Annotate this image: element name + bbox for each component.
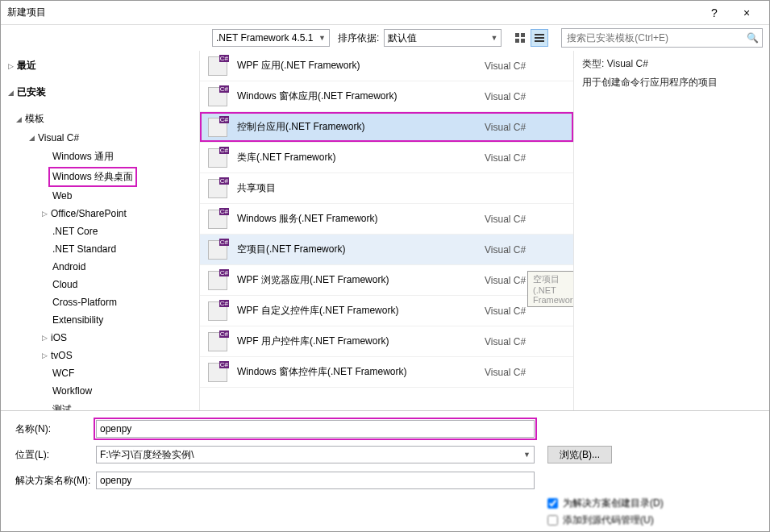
description: 用于创建命令行应用程序的项目 bbox=[582, 76, 761, 89]
sidebar-lang[interactable]: ◢Visual C# bbox=[1, 129, 199, 147]
template-icon bbox=[208, 301, 227, 321]
sort-value: 默认值 bbox=[388, 31, 490, 45]
template-row[interactable]: Windows 窗体控件库(.NET Framework)Visual C# bbox=[200, 357, 573, 388]
view-list-button[interactable] bbox=[531, 29, 548, 47]
sort-label: 排序依据: bbox=[338, 31, 379, 45]
checkbox-source-control[interactable]: 添加到源代码管理(U) bbox=[547, 513, 755, 527]
sidebar-item-office[interactable]: ▷Office/SharePoint bbox=[1, 205, 199, 222]
chevron-down-icon: ▼ bbox=[523, 451, 531, 459]
close-button[interactable]: × bbox=[730, 6, 763, 19]
checkbox[interactable] bbox=[547, 515, 558, 526]
template-icon bbox=[208, 271, 227, 290]
sidebar-item-windows-classic[interactable]: Windows 经典桌面 bbox=[1, 167, 199, 187]
list-icon bbox=[535, 34, 544, 42]
template-icon bbox=[208, 332, 227, 351]
template-row[interactable]: Windows 服务(.NET Framework)Visual C# bbox=[200, 204, 573, 235]
template-row-selected[interactable]: 控制台应用(.NET Framework)Visual C# bbox=[200, 112, 573, 143]
solution-label: 解决方案名称(M): bbox=[15, 474, 96, 488]
sidebar-item-web[interactable]: Web bbox=[1, 187, 199, 205]
template-icon bbox=[208, 210, 227, 229]
template-row[interactable]: WPF 自定义控件库(.NET Framework)Visual C# bbox=[200, 296, 573, 326]
sidebar-recent[interactable]: ▷最近 bbox=[1, 56, 199, 76]
template-icon bbox=[208, 363, 227, 382]
name-input[interactable] bbox=[96, 420, 535, 438]
help-button[interactable]: ? bbox=[698, 6, 730, 19]
template-icon bbox=[208, 148, 227, 168]
template-icon bbox=[208, 240, 227, 260]
template-row[interactable]: 空项目(.NET Framework)Visual C# bbox=[200, 235, 573, 265]
search-box[interactable]: 🔍 bbox=[561, 28, 763, 48]
framework-dropdown[interactable]: .NET Framework 4.5.1 ▼ bbox=[212, 29, 330, 47]
chevron-down-icon: ▼ bbox=[318, 34, 326, 42]
sidebar-item-cloud[interactable]: Cloud bbox=[1, 276, 199, 293]
sidebar-item-test[interactable]: 测试 bbox=[1, 400, 199, 410]
name-label: 名称(N): bbox=[15, 422, 96, 436]
sidebar-installed[interactable]: ◢已安装 bbox=[1, 82, 199, 102]
template-row[interactable]: WPF 用户控件库(.NET Framework)Visual C# bbox=[200, 326, 573, 357]
sidebar: ▷最近 ◢已安装 ◢模板 ◢Visual C# Windows 通用 Windo… bbox=[1, 51, 199, 410]
template-row[interactable]: WPF 应用(.NET Framework)Visual C# bbox=[200, 51, 573, 81]
template-list: WPF 应用(.NET Framework)Visual C# Windows … bbox=[199, 51, 574, 410]
checkbox-create-dir[interactable]: 为解决方案创建目录(D) bbox=[547, 497, 755, 510]
sidebar-item-tvos[interactable]: ▷tvOS bbox=[1, 347, 199, 364]
framework-value: .NET Framework 4.5.1 bbox=[216, 32, 318, 44]
sidebar-item-windows-universal[interactable]: Windows 通用 bbox=[1, 147, 199, 167]
template-icon bbox=[208, 118, 227, 137]
sort-dropdown[interactable]: 默认值 ▼ bbox=[384, 29, 502, 47]
template-icon bbox=[208, 56, 227, 76]
sidebar-item-wcf[interactable]: WCF bbox=[1, 364, 199, 382]
template-row[interactable]: 共享项目 bbox=[200, 173, 573, 204]
type-line: 类型: Visual C# bbox=[582, 57, 761, 71]
tooltip: 空项目(.NET Framework) bbox=[527, 271, 574, 307]
sidebar-templates[interactable]: ◢模板 bbox=[1, 109, 199, 129]
location-value: F:\学习\百度经验实例\ bbox=[100, 448, 523, 462]
location-label: 位置(L): bbox=[15, 448, 96, 462]
sidebar-item-extensibility[interactable]: Extensibility bbox=[1, 311, 199, 329]
template-row[interactable]: 类库(.NET Framework)Visual C# bbox=[200, 143, 573, 173]
toolbar: .NET Framework 4.5.1 ▼ 排序依据: 默认值 ▼ 🔍 bbox=[1, 25, 769, 51]
details-pane: 类型: Visual C# 用于创建命令行应用程序的项目 bbox=[574, 51, 769, 410]
sidebar-item-workflow[interactable]: Workflow bbox=[1, 382, 199, 400]
checkbox[interactable] bbox=[547, 498, 558, 509]
sidebar-item-ios[interactable]: ▷iOS bbox=[1, 329, 199, 347]
solution-input[interactable] bbox=[96, 472, 535, 489]
template-row[interactable]: WPF 浏览器应用(.NET Framework)Visual C# bbox=[200, 265, 573, 296]
grid-icon bbox=[515, 33, 525, 43]
search-input[interactable] bbox=[565, 31, 747, 44]
template-icon bbox=[208, 87, 227, 106]
search-icon[interactable]: 🔍 bbox=[747, 32, 759, 44]
location-dropdown[interactable]: F:\学习\百度经验实例\ ▼ bbox=[96, 446, 535, 463]
sidebar-item-android[interactable]: Android bbox=[1, 258, 199, 276]
template-icon bbox=[208, 179, 227, 198]
sidebar-item-crossplatform[interactable]: Cross-Platform bbox=[1, 293, 199, 311]
chevron-down-icon: ▼ bbox=[490, 34, 497, 42]
titlebar: 新建项目 ? × bbox=[1, 1, 769, 25]
view-grid-button[interactable] bbox=[511, 29, 529, 47]
template-row[interactable]: Windows 窗体应用(.NET Framework)Visual C# bbox=[200, 81, 573, 112]
sidebar-item-netstandard[interactable]: .NET Standard bbox=[1, 240, 199, 258]
browse-button[interactable]: 浏览(B)... bbox=[547, 446, 612, 463]
window-title: 新建项目 bbox=[7, 6, 698, 19]
form-area: 名称(N): 位置(L): F:\学习\百度经验实例\ ▼ 浏览(B)... 解… bbox=[1, 410, 769, 532]
sidebar-item-netcore[interactable]: .NET Core bbox=[1, 222, 199, 240]
